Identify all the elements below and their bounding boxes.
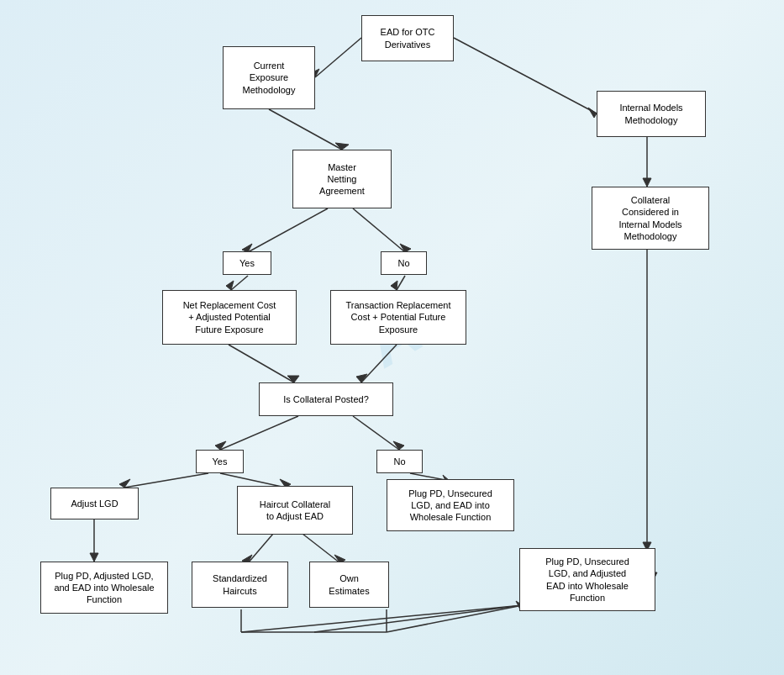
internal-models-box: Internal ModelsMethodology <box>597 91 706 137</box>
svg-line-32 <box>248 534 273 563</box>
current-exposure-box: CurrentExposureMethodology <box>223 46 315 109</box>
svg-line-40 <box>387 605 523 632</box>
adjust-lgd-label: Adjust LGD <box>71 498 118 509</box>
net-replacement-box: Net Replacement Cost+ Adjusted Potential… <box>162 290 297 345</box>
yes-label-2: Yes <box>213 456 228 467</box>
net-replacement-label: Net Replacement Cost+ Adjusted Potential… <box>183 299 276 335</box>
plug-pd-adjusted-ead-label: Plug PD, UnsecuredLGD, and AdjustedEAD i… <box>545 556 629 604</box>
collateral-internal-box: CollateralConsidered inInternal ModelsMe… <box>592 187 709 250</box>
svg-line-20 <box>361 345 397 382</box>
svg-marker-27 <box>119 479 130 488</box>
haircut-collateral-label: Haircut Collateralto Adjust EAD <box>260 498 330 523</box>
svg-line-16 <box>397 276 405 290</box>
adjust-lgd-box: Adjust LGD <box>50 488 139 519</box>
no-label-1-box: No <box>381 251 427 275</box>
svg-line-22 <box>220 416 298 450</box>
standardized-haircuts-label: StandardizedHaircuts <box>213 572 267 597</box>
plug-pd-unsecured-box: Plug PD, UnsecuredLGD, and EAD intoWhole… <box>387 479 514 531</box>
yes-label-1-box: Yes <box>223 251 271 275</box>
svg-line-38 <box>241 605 523 632</box>
no-label-2: No <box>393 456 405 467</box>
svg-line-26 <box>124 473 208 488</box>
master-netting-box: MasterNettingAgreement <box>292 150 392 208</box>
haircut-collateral-box: Haircut Collateralto Adjust EAD <box>237 486 353 535</box>
svg-marker-21 <box>356 374 367 382</box>
no-label-1: No <box>397 257 409 269</box>
internal-models-label: Internal ModelsMethodology <box>619 102 682 126</box>
svg-marker-19 <box>287 376 299 382</box>
svg-marker-5 <box>335 143 349 150</box>
yes-label-1: Yes <box>239 257 255 269</box>
current-exposure-label: CurrentExposureMethodology <box>243 60 296 96</box>
is-collateral-label: Is Collateral Posted? <box>283 393 369 405</box>
svg-line-18 <box>229 345 294 382</box>
svg-marker-23 <box>215 441 226 450</box>
svg-line-2 <box>454 38 597 113</box>
svg-marker-15 <box>226 281 234 290</box>
svg-line-24 <box>353 416 399 450</box>
ead-otc-label: EAD for OTC Derivatives <box>366 26 450 50</box>
plug-pd-adjusted-lgd-label: Plug PD, Adjusted LGD,and EAD into Whole… <box>54 570 154 606</box>
collateral-internal-label: CollateralConsidered inInternal ModelsMe… <box>618 194 681 242</box>
is-collateral-box: Is Collateral Posted? <box>259 382 393 416</box>
own-estimates-label: OwnEstimates <box>329 572 369 597</box>
standardized-haircuts-box: StandardizedHaircuts <box>192 562 288 608</box>
no-label-2-box: No <box>376 450 423 473</box>
svg-line-44 <box>314 605 523 632</box>
transaction-replacement-label: Transaction ReplacementCost + Potential … <box>346 299 451 335</box>
svg-marker-31 <box>90 553 98 562</box>
transaction-replacement-box: Transaction ReplacementCost + Potential … <box>330 290 466 345</box>
svg-marker-25 <box>393 441 404 450</box>
svg-marker-3 <box>588 108 597 118</box>
plug-pd-adjusted-ead-box: Plug PD, UnsecuredLGD, and AdjustedEAD i… <box>519 548 655 611</box>
svg-marker-7 <box>643 178 651 187</box>
own-estimates-box: OwnEstimates <box>309 562 389 608</box>
svg-line-12 <box>353 208 405 252</box>
yes-label-2-box: Yes <box>196 450 244 473</box>
svg-line-10 <box>248 208 328 252</box>
ead-otc-box: EAD for OTC Derivatives <box>361 15 454 61</box>
svg-line-14 <box>231 276 248 290</box>
plug-pd-adjusted-lgd-box: Plug PD, Adjusted LGD,and EAD into Whole… <box>40 562 168 614</box>
master-netting-label: MasterNettingAgreement <box>319 161 365 198</box>
svg-marker-17 <box>391 281 397 290</box>
plug-pd-unsecured-label: Plug PD, UnsecuredLGD, and EAD intoWhole… <box>408 488 492 524</box>
diagram: A <box>0 0 784 675</box>
svg-line-4 <box>269 109 342 150</box>
svg-line-34 <box>303 534 340 563</box>
svg-line-0 <box>315 38 361 77</box>
